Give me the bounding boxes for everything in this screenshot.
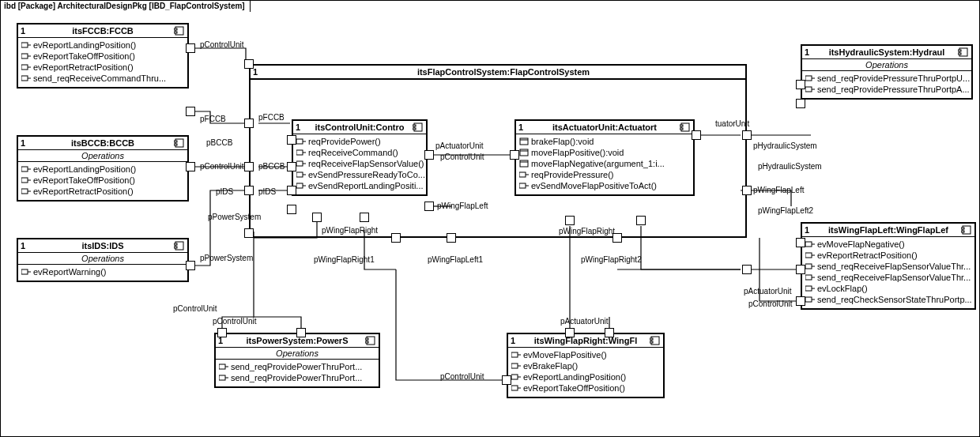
- block-icon: [365, 336, 376, 345]
- port-label: pHydraulicSystem: [758, 162, 822, 171]
- operation-icon: [296, 160, 306, 168]
- svg-rect-25: [296, 161, 303, 166]
- port[interactable]: [296, 328, 306, 337]
- port[interactable]: [287, 135, 296, 145]
- port[interactable]: [244, 186, 254, 195]
- port[interactable]: [186, 261, 195, 270]
- port-label: pActuatorUnit: [560, 317, 609, 326]
- block-wingflapleft[interactable]: 1 itsWingFlapLeft:WingFlapLef evMoveFlap…: [801, 222, 976, 310]
- port-label: pHydraulicSystem: [753, 141, 817, 150]
- op-item: evReportLandingPosition(): [20, 40, 186, 51]
- port[interactable]: [447, 233, 456, 243]
- port[interactable]: [510, 150, 519, 160]
- op-item: send_reqProvidePowerThruPort...: [217, 361, 377, 372]
- port[interactable]: [287, 205, 296, 214]
- port[interactable]: [742, 186, 752, 195]
- block-controlunit[interactable]: 1 itsControlUnit:Contro reqProvidePower(…: [292, 119, 428, 196]
- op-item: send_reqProvidePressureThruPortpA...: [804, 84, 970, 95]
- block-title: itsHydraulicSystem:Hydraul: [816, 47, 958, 57]
- op-label: send_reqReceiveFlapSensorValueThr...: [817, 273, 971, 282]
- block-fccb[interactable]: 1 itsFCCB:FCCB evReportLandingPosition()…: [17, 23, 189, 89]
- op-item: reqProvidePressure(): [518, 169, 692, 180]
- svg-rect-27: [296, 183, 303, 188]
- port-label: pWingFlapLeft1: [428, 255, 483, 264]
- port[interactable]: [692, 130, 701, 140]
- svg-rect-51: [805, 286, 812, 291]
- ops-header: Operations: [802, 59, 971, 71]
- op-item: evReportLandingPosition(): [510, 371, 662, 382]
- port[interactable]: [186, 107, 195, 116]
- port[interactable]: [424, 202, 434, 211]
- svg-rect-54: [365, 338, 368, 340]
- block-actuator[interactable]: 1 itsActuatorUnit:Actuatort brakeFlap():…: [514, 119, 695, 196]
- port[interactable]: [742, 130, 752, 140]
- svg-rect-37: [519, 172, 526, 177]
- port[interactable]: [244, 162, 254, 171]
- block-ids[interactable]: 1 itsIDS:IDS Operations evReportWarning(…: [17, 238, 189, 282]
- svg-rect-50: [805, 275, 812, 280]
- frame-mult: 1: [253, 67, 264, 77]
- block-title: itsControlUnit:Contro: [307, 122, 413, 132]
- block-hydraulic[interactable]: 1 itsHydraulicSystem:Hydraul Operations …: [801, 44, 973, 100]
- block-mult: 1: [511, 336, 522, 345]
- port[interactable]: [796, 296, 805, 306]
- port[interactable]: [636, 216, 646, 225]
- port-label: pControlUnit: [213, 317, 257, 326]
- operation-icon: [296, 171, 306, 179]
- port-label: pFCCB: [258, 113, 285, 122]
- block-wingflapright[interactable]: 1 itsWingFlapRight:WingFl evMoveFlapPosi…: [507, 333, 665, 398]
- operation-icon: [219, 374, 228, 382]
- op-item: evSendPressureReadyToCo...: [295, 169, 424, 180]
- block-powersystem[interactable]: 1 itsPowerSystem:PowerS Operations send_…: [214, 333, 380, 388]
- op-label: reqReceiveFlapSensorValue(): [308, 159, 424, 168]
- port[interactable]: [244, 119, 254, 128]
- port[interactable]: [244, 228, 254, 238]
- operation-icon: [219, 363, 228, 371]
- op-label: brakeFlap():void: [531, 137, 594, 146]
- port-label: pControlUnit: [173, 304, 217, 313]
- op-label: evReportTakeOffPosition(): [33, 51, 135, 61]
- op-label: evMoveFlapPositive(): [523, 350, 607, 360]
- port[interactable]: [502, 375, 511, 385]
- port[interactable]: [244, 59, 254, 69]
- port[interactable]: [186, 162, 195, 171]
- port[interactable]: [796, 80, 805, 89]
- ops-list: evReportLandingPosition() evReportTakeOf…: [18, 38, 187, 87]
- port[interactable]: [186, 43, 195, 53]
- block-mult: 1: [21, 241, 32, 251]
- svg-rect-48: [805, 253, 812, 258]
- port[interactable]: [565, 216, 575, 225]
- port[interactable]: [217, 328, 227, 337]
- ops-header: Operations: [216, 348, 379, 360]
- block-title: itsWingFlapLeft:WingFlapLef: [816, 225, 961, 235]
- op-label: evBrakeFlap(): [523, 361, 578, 371]
- port[interactable]: [796, 265, 805, 274]
- port[interactable]: [360, 213, 369, 222]
- port[interactable]: [605, 328, 614, 337]
- port[interactable]: [287, 186, 296, 195]
- operation-icon: [805, 251, 815, 259]
- svg-rect-13: [21, 167, 28, 171]
- port[interactable]: [796, 99, 805, 108]
- block-icon: [174, 241, 185, 251]
- port-label: pWingFlapLeft: [753, 186, 804, 194]
- port[interactable]: [287, 162, 296, 171]
- port[interactable]: [796, 238, 805, 247]
- diagram-title: ibd [Package] ArchitecturalDesignPkg [IB…: [4, 2, 245, 10]
- block-icon: [174, 26, 185, 36]
- block-bccb[interactable]: 1 itsBCCB:BCCB Operations evReportLandin…: [17, 135, 189, 202]
- op-item: evLockFlap(): [804, 283, 973, 294]
- operation-icon: [519, 149, 529, 156]
- port[interactable]: [312, 213, 322, 222]
- op-item: reqProvidePower(): [295, 136, 424, 147]
- port[interactable]: [565, 328, 575, 337]
- port[interactable]: [391, 233, 401, 243]
- port[interactable]: [424, 150, 434, 160]
- op-label: send_reqProvidePowerThruPort...: [231, 373, 362, 382]
- op-item: moveFlapNegative(argument_1:i...: [518, 158, 692, 169]
- operation-icon: [296, 138, 306, 145]
- op-label: evSendReportLandingPositi...: [308, 181, 424, 190]
- port[interactable]: [742, 265, 752, 274]
- ops-list: evReportLandingPosition() evReportTakeOf…: [18, 162, 187, 200]
- svg-rect-17: [174, 243, 177, 245]
